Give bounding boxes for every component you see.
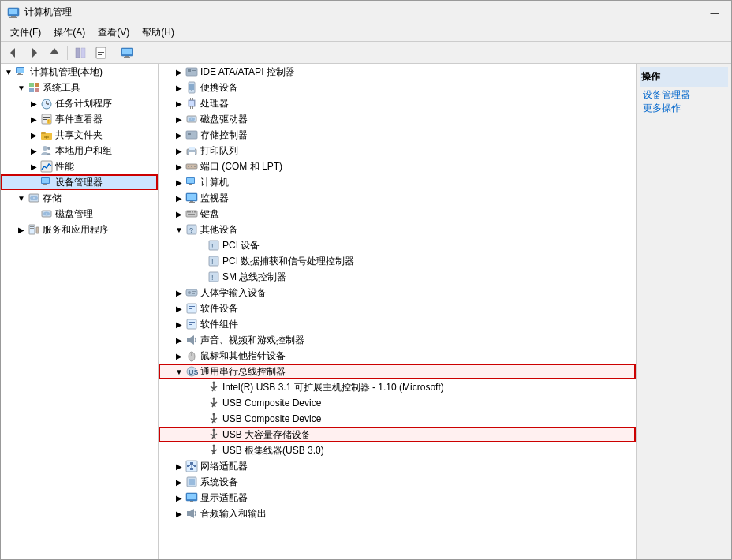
- up-button[interactable]: [45, 44, 64, 62]
- device-label-system: 系统设备: [200, 476, 238, 489]
- device-item-sound[interactable]: ▶ 声音、视频和游戏控制器: [159, 332, 636, 348]
- cpu-icon: [185, 97, 198, 110]
- device-item-usb-mass-storage[interactable]: ▶ USB 大容量存储设备: [159, 427, 636, 442]
- back-button[interactable]: [4, 44, 23, 62]
- svg-rect-23: [29, 83, 34, 87]
- tree-item-system-tools[interactable]: ▼ 系统工具: [1, 80, 158, 95]
- device-item-storage-ctrl[interactable]: ▶ 存储控制器: [159, 127, 636, 143]
- device-item-other[interactable]: ▼ ? 其他设备: [159, 222, 636, 237]
- tools-icon: [28, 81, 40, 94]
- action-device-manager[interactable]: 设备管理器: [640, 88, 693, 102]
- svg-point-38: [47, 147, 50, 150]
- svg-rect-3: [9, 17, 17, 18]
- device-item-audio[interactable]: ▶ 音频输入和输出: [159, 506, 636, 521]
- device-item-sm[interactable]: ▶ ! SM 总线控制器: [159, 269, 636, 285]
- menu-view[interactable]: 查看(V): [92, 24, 136, 41]
- minimize-button[interactable]: —: [704, 5, 725, 21]
- svg-rect-12: [98, 54, 102, 55]
- device-item-display[interactable]: ▶ 显示适配器: [159, 490, 636, 506]
- svg-rect-39: [41, 161, 52, 172]
- device-item-usb-hub[interactable]: ▶ USB 根集线器(USB 3.0): [159, 442, 636, 458]
- storage-icon: [28, 192, 40, 204]
- sound-icon: [185, 334, 198, 346]
- expand-icon: ▶: [173, 81, 185, 94]
- tree-item-device-manager[interactable]: ▶ 设备管理器: [1, 174, 158, 190]
- show-hide-button[interactable]: [71, 44, 90, 62]
- right-panel-title: 操作: [640, 67, 728, 87]
- svg-rect-59: [189, 84, 194, 90]
- device-item-cpu[interactable]: ▶ 处理器: [159, 95, 636, 111]
- tree-item-storage[interactable]: ▼ 存储: [1, 190, 158, 206]
- svg-rect-14: [122, 49, 132, 54]
- tree-label-performance: 性能: [55, 160, 74, 174]
- tree-item-services[interactable]: ▶ 服务和应用程序: [1, 222, 158, 237]
- users-icon: [40, 144, 53, 157]
- device-item-keyboard[interactable]: ▶ 键盘: [159, 206, 636, 222]
- device-label-network: 网络适配器: [200, 460, 248, 473]
- device-item-usb-composite-1[interactable]: ▶ USB Composite Device: [159, 395, 636, 411]
- tree-item-local-users[interactable]: ▶ 本地用户和组: [1, 143, 158, 159]
- main-window: 计算机管理 — 文件(F) 操作(A) 查看(V) 帮助(H): [0, 0, 732, 560]
- svg-rect-66: [192, 106, 193, 109]
- device-item-disk[interactable]: ▶ 磁盘驱动器: [159, 111, 636, 127]
- device-item-pci[interactable]: ▶ ! PCI 设备: [159, 237, 636, 253]
- svg-point-119: [213, 413, 215, 416]
- device-label-computer: 计算机: [200, 176, 229, 189]
- title-bar: 计算机管理 —: [1, 1, 731, 24]
- expand-icon: ▶: [28, 129, 40, 141]
- svg-rect-85: [190, 201, 193, 202]
- svg-point-102: [188, 291, 191, 294]
- svg-rect-42: [43, 184, 47, 185]
- monitor-button[interactable]: [118, 44, 136, 62]
- svg-rect-30: [43, 119, 47, 120]
- svg-rect-24: [35, 88, 39, 92]
- tree-item-shared-folders[interactable]: ▶ 共享文件夹: [1, 127, 158, 143]
- device-item-soft-dev[interactable]: ▶ 软件设备: [159, 301, 636, 316]
- tree-item-task-scheduler[interactable]: ▶ 任务计划程序: [1, 95, 158, 111]
- device-item-print[interactable]: ▶ 打印队列: [159, 143, 636, 159]
- menu-help[interactable]: 帮助(H): [136, 24, 181, 41]
- device-label-ports: 端口 (COM 和 LPT): [200, 160, 282, 174]
- svg-point-49: [46, 213, 47, 215]
- expand-icon: ▶: [173, 491, 185, 504]
- system-icon: [185, 476, 198, 488]
- forward-button[interactable]: [24, 44, 43, 62]
- tree-item-performance[interactable]: ▶ 性能: [1, 159, 158, 174]
- toolbar-separator-2: [114, 46, 114, 60]
- device-item-mouse[interactable]: ▶ 鼠标和其他指针设备: [159, 348, 636, 364]
- right-panel: 操作 设备管理器 更多操作: [637, 64, 731, 559]
- svg-point-78: [194, 166, 196, 167]
- device-icon: [185, 65, 198, 78]
- folder-icon: [40, 129, 53, 141]
- device-item-soft-comp[interactable]: ▶ 软件组件: [159, 316, 636, 332]
- tree-item-disk-management[interactable]: ▶ 磁盘管理: [1, 206, 158, 222]
- device-item-network[interactable]: ▶ 网络适配器: [159, 458, 636, 474]
- svg-text:!: !: [48, 119, 49, 124]
- device-item-ports[interactable]: ▶ 端口 (COM 和 LPT): [159, 159, 636, 174]
- window-icon: [7, 6, 20, 19]
- device-item-system[interactable]: ▶ 系统设备: [159, 474, 636, 490]
- expand-icon: ▶: [173, 97, 185, 110]
- menu-file[interactable]: 文件(F): [4, 24, 47, 41]
- device-item-pci-data[interactable]: ▶ ! PCI 数据捕获和信号处理控制器: [159, 253, 636, 269]
- device-item-usb-composite-2[interactable]: ▶ USB Composite Device: [159, 411, 636, 427]
- menu-action[interactable]: 操作(A): [47, 24, 92, 41]
- svg-point-120: [213, 429, 215, 431]
- expand-icon: ▶: [173, 65, 185, 78]
- properties-button[interactable]: [92, 44, 110, 62]
- tree-item-root[interactable]: ▼ 计算机管理(本地): [1, 64, 158, 80]
- device-item-hid[interactable]: ▶ 人体学输入设备: [159, 285, 636, 301]
- tree-item-event-viewer[interactable]: ▶ ! 事件查看器: [1, 111, 158, 127]
- action-more[interactable]: 更多操作: [640, 101, 684, 115]
- device-item-usb-ctrl[interactable]: ▼ USB 通用串行总线控制器: [159, 364, 636, 379]
- usb-storage-icon: [207, 428, 220, 441]
- device-item-ide[interactable]: ▶ IDE ATA/ATAPI 控制器: [159, 64, 636, 80]
- svg-rect-16: [124, 57, 130, 58]
- device-item-computer[interactable]: ▶ 计算机: [159, 174, 636, 190]
- device-item-intel-usb[interactable]: ▶ Intel(R) USB 3.1 可扩展主机控制器 - 1.10 (Micr…: [159, 379, 636, 395]
- svg-rect-20: [17, 74, 23, 75]
- device-item-portable[interactable]: ▶ 便携设备: [159, 80, 636, 95]
- left-panel: ▼ 计算机管理(本地) ▼: [1, 64, 159, 559]
- main-content: ▼ 计算机管理(本地) ▼: [1, 64, 731, 559]
- device-item-monitor[interactable]: ▶ 监视器: [159, 190, 636, 206]
